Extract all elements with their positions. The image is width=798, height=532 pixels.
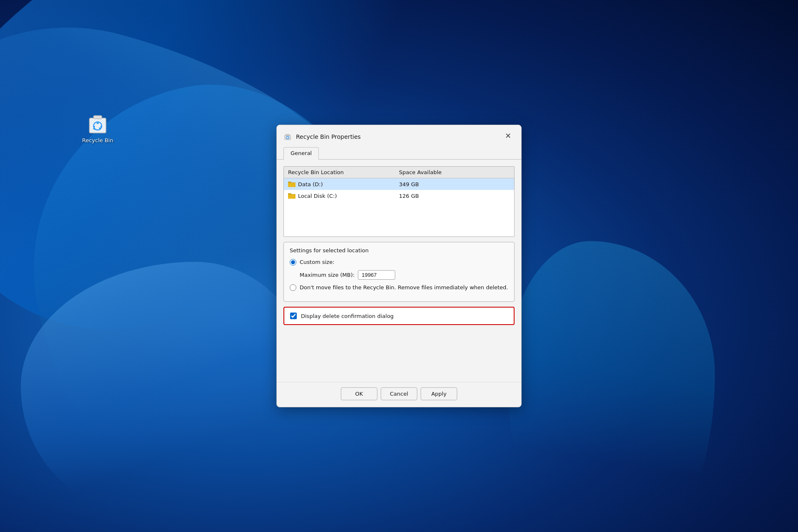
table-body: Data (D:) 349 GB	[284, 178, 514, 236]
col2-header: Space Available	[399, 169, 510, 175]
space-cell: 126 GB	[399, 193, 510, 199]
custom-size-radio[interactable]	[290, 259, 296, 266]
table-header: Recycle Bin Location Space Available	[284, 167, 514, 178]
title-bar-recycle-icon	[283, 133, 292, 141]
title-bar: Recycle Bin Properties ✕	[277, 125, 521, 143]
folder-icon	[288, 192, 296, 199]
confirm-section: Display delete confirmation dialog	[283, 307, 515, 325]
desktop: Recycle Bin Recycle Bin Properties ✕	[0, 0, 798, 532]
ok-button[interactable]: OK	[341, 387, 377, 400]
button-row: OK Cancel Apply	[277, 382, 521, 407]
dont-move-radio[interactable]	[290, 284, 296, 291]
recycle-bin-properties-dialog: Recycle Bin Properties ✕ General Recycle…	[276, 125, 522, 407]
cancel-button[interactable]: Cancel	[381, 387, 417, 400]
max-size-row: Maximum size (MB):	[300, 270, 508, 280]
space-cell: 349 GB	[399, 181, 510, 187]
tab-strip: General	[277, 143, 521, 160]
max-size-label: Maximum size (MB):	[300, 272, 355, 278]
table-row[interactable]: Data (D:) 349 GB	[284, 178, 514, 190]
dont-move-option: Don't move files to the Recycle Bin. Rem…	[290, 284, 508, 291]
table-row[interactable]: Local Disk (C:) 126 GB	[284, 190, 514, 202]
tab-general[interactable]: General	[283, 147, 319, 160]
confirm-delete-checkbox[interactable]	[290, 313, 297, 319]
settings-section: Settings for selected location Custom si…	[283, 242, 515, 302]
col1-header: Recycle Bin Location	[288, 169, 399, 175]
folder-icon	[288, 181, 296, 187]
location-cell: Data (D:)	[288, 181, 399, 187]
svg-rect-4	[286, 134, 289, 136]
location-cell: Local Disk (C:)	[288, 192, 399, 199]
apply-button[interactable]: Apply	[421, 387, 457, 400]
settings-title: Settings for selected location	[290, 247, 508, 254]
dialog-content: Recycle Bin Location Space Available	[277, 160, 521, 382]
custom-size-label: Custom size:	[300, 259, 335, 266]
dialog-title: Recycle Bin Properties	[296, 133, 497, 140]
confirm-label: Display delete confirmation dialog	[301, 313, 394, 319]
dialog-overlay: Recycle Bin Properties ✕ General Recycle…	[0, 0, 798, 532]
custom-size-option: Custom size:	[290, 259, 508, 266]
close-button[interactable]: ✕	[501, 129, 515, 143]
max-size-input[interactable]	[358, 270, 395, 280]
dont-move-label: Don't move files to the Recycle Bin. Rem…	[300, 284, 508, 291]
location-table: Recycle Bin Location Space Available	[283, 166, 515, 237]
